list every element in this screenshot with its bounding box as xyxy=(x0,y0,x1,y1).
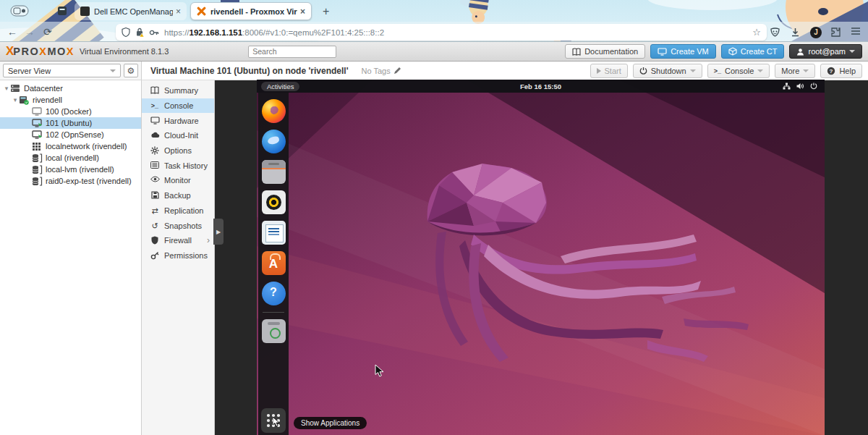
tab-close-icon[interactable]: × xyxy=(300,7,305,17)
menu-item-options[interactable]: Options xyxy=(142,143,214,159)
expand-arrow-icon[interactable]: ▾ xyxy=(3,85,10,92)
create-ct-button[interactable]: Create CT xyxy=(721,44,785,59)
tree-item-storage-local-lvm[interactable]: local-lvm (rivendell) xyxy=(0,164,141,175)
ubuntu-screen[interactable]: Activities Feb 16 15:50 xyxy=(257,80,825,435)
tab-close-icon[interactable]: × xyxy=(176,7,181,17)
proxmox-logo: X PROXMOX xyxy=(6,44,75,59)
menu-item-cloud-init[interactable]: Cloud-Init xyxy=(142,128,214,143)
dock-firefox-icon[interactable] xyxy=(262,99,286,123)
floppy-icon xyxy=(150,191,160,200)
start-button[interactable]: Start xyxy=(590,64,628,78)
gnome-top-bar: Activities Feb 16 15:50 xyxy=(257,80,825,93)
terminal-icon: >_ xyxy=(150,101,160,110)
user-menu-button[interactable]: root@pam xyxy=(789,44,862,59)
shield-icon[interactable] xyxy=(122,28,130,37)
chevron-down-icon xyxy=(849,50,855,53)
menu-item-console[interactable]: >_ Console xyxy=(142,98,214,114)
pencil-edit-icon[interactable] xyxy=(393,67,401,75)
power-icon xyxy=(810,83,817,90)
submenu-arrow-icon: › xyxy=(207,235,210,245)
proxmox-x-icon: X xyxy=(6,44,13,59)
firefox-view-icon[interactable] xyxy=(10,5,29,17)
more-button[interactable]: More xyxy=(775,64,815,78)
extensions-puzzle-icon[interactable] xyxy=(830,27,842,38)
monitor-icon xyxy=(150,117,160,125)
system-status-icons[interactable] xyxy=(783,83,817,90)
dock-files-icon[interactable] xyxy=(262,160,286,184)
novnc-console[interactable]: Activities Feb 16 15:50 xyxy=(215,80,868,435)
eye-icon xyxy=(150,176,160,185)
shutdown-button[interactable]: Shutdown xyxy=(633,64,702,78)
tree-item-localnetwork[interactable]: localnetwork (rivendell) xyxy=(0,140,141,152)
history-icon: ↺ xyxy=(150,221,160,230)
key-icon[interactable] xyxy=(149,28,159,37)
help-button[interactable]: ? Help xyxy=(820,64,862,78)
dock-rhythmbox-icon[interactable] xyxy=(262,190,286,214)
download-icon[interactable] xyxy=(790,27,801,38)
remote-cursor xyxy=(273,417,280,427)
vm-menu-panel: Summary >_ Console Hardware Cloud-Init O… xyxy=(142,80,215,435)
browser-tab-dell[interactable]: Dell EMC OpenManage Server × xyxy=(75,2,187,20)
menu-item-task-history[interactable]: Task History xyxy=(142,158,214,173)
terminal-icon: >_ xyxy=(714,67,721,75)
activities-button[interactable]: Activities xyxy=(261,82,299,91)
create-vm-button[interactable]: Create VM xyxy=(650,44,716,59)
menu-item-firewall[interactable]: Firewall › xyxy=(142,233,214,248)
vm-tags[interactable]: No Tags xyxy=(362,67,401,75)
back-button[interactable]: ← xyxy=(7,27,17,37)
key-icon xyxy=(150,251,160,260)
power-icon xyxy=(639,67,647,75)
sync-arrows-icon: ⇄ xyxy=(150,206,160,215)
console-button[interactable]: >_ Console xyxy=(707,64,770,78)
forward-button[interactable]: → xyxy=(25,27,35,37)
browser-tab-proxmox[interactable]: rivendell - Proxmox Virtual Envi × xyxy=(190,2,312,20)
sidebar-gear-button[interactable]: ⚙ xyxy=(124,64,138,77)
dock-libreoffice-writer-icon[interactable] xyxy=(262,221,286,245)
play-icon xyxy=(597,68,601,74)
clock-label[interactable]: Feb 16 15:50 xyxy=(520,83,561,90)
tree-item-vm-101[interactable]: 101 (Ubuntu) xyxy=(0,117,141,129)
menu-item-backup[interactable]: Backup xyxy=(142,188,214,203)
new-tab-button[interactable]: + xyxy=(323,6,329,17)
lock-warning-icon[interactable] xyxy=(135,28,144,37)
menu-item-permissions[interactable]: Permissions xyxy=(142,248,214,263)
privacy-badge-icon[interactable] xyxy=(770,27,781,38)
view-selector[interactable]: Server View xyxy=(3,64,121,77)
chevron-down-icon xyxy=(803,69,809,72)
gear-icon xyxy=(150,146,160,155)
tree-item-datacenter[interactable]: ▾ Datacenter xyxy=(0,83,141,94)
tree-item-rivendell[interactable]: ▾ rivendell xyxy=(0,94,141,106)
dark-mode-extension-icon[interactable]: J xyxy=(810,27,822,38)
tab-title: rivendell - Proxmox Virtual Envi xyxy=(210,7,297,16)
tree-item-storage-raid0[interactable]: raid0-exp-test (rivendell) xyxy=(0,175,141,187)
chevron-down-icon xyxy=(110,69,116,72)
tree-item-vm-100[interactable]: 100 (Docker) xyxy=(0,106,141,117)
network-icon xyxy=(783,83,791,90)
dock-trash-icon[interactable] xyxy=(262,319,286,343)
menu-item-replication[interactable]: ⇄ Replication xyxy=(142,203,214,219)
expand-arrow-icon[interactable]: ▾ xyxy=(12,96,19,104)
tree-item-storage-local[interactable]: local (rivendell) xyxy=(0,152,141,164)
monitor-icon xyxy=(658,48,667,56)
tab-container-icon[interactable] xyxy=(56,5,68,17)
menu-item-summary[interactable]: Summary xyxy=(142,83,214,98)
menu-hamburger-icon[interactable] xyxy=(851,27,862,38)
url-bar[interactable]: https://192.168.1.151:8006/#v1:0:=qemu%2… xyxy=(116,24,767,41)
reload-button[interactable]: ⟳ xyxy=(43,27,52,37)
bookmark-star-icon[interactable]: ☆ xyxy=(752,27,761,38)
vm-running-icon xyxy=(32,130,43,139)
dock-app-center-icon[interactable] xyxy=(262,251,286,275)
dock-thunderbird-icon[interactable] xyxy=(262,130,286,153)
user-icon xyxy=(796,48,804,56)
menu-item-snapshots[interactable]: ↺ Snapshots xyxy=(142,218,214,233)
proxmox-favicon xyxy=(197,7,206,16)
menu-item-hardware[interactable]: Hardware xyxy=(142,113,214,128)
tree-item-vm-102[interactable]: 102 (OpnSense) xyxy=(0,129,141,140)
documentation-button[interactable]: Documentation xyxy=(565,44,645,59)
panel-collapse-handle[interactable]: ▶ xyxy=(213,219,224,245)
search-input[interactable] xyxy=(248,46,336,58)
dock-help-icon[interactable] xyxy=(262,282,286,305)
vm-running-icon xyxy=(32,119,43,127)
vm-header-bar: Virtual Machine 101 (Ubuntu) on node 'ri… xyxy=(142,62,868,80)
menu-item-monitor[interactable]: Monitor xyxy=(142,173,214,188)
